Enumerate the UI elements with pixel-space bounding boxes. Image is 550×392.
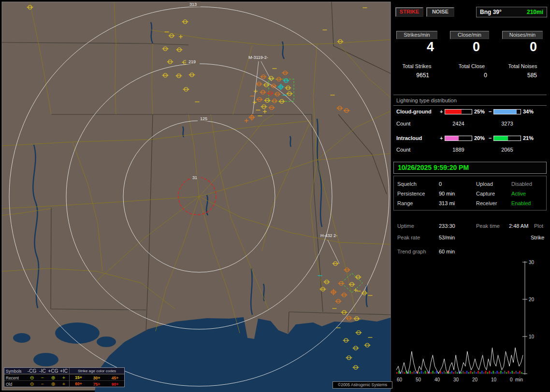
range-value: 313 mi <box>439 200 455 206</box>
trend-y-tick-label: 20 <box>529 297 535 302</box>
divider <box>393 95 547 95</box>
receiver-label: Receiver <box>476 200 497 206</box>
uptime-label: Uptime <box>397 223 414 229</box>
cg-negative-fill <box>494 110 517 114</box>
legend-col-pos-ic: +IC <box>58 369 69 374</box>
trend-x-unit-label: min <box>515 377 523 382</box>
neg-cg-icon: ⊖ <box>27 382 37 387</box>
total-close-value: 0 <box>450 72 487 79</box>
ic-positive-pct: 20% <box>474 135 485 141</box>
cg-count-label: Count <box>396 121 410 126</box>
trend-graph-label: Trend graph <box>397 249 426 254</box>
age-code-30: 30+ <box>87 376 106 380</box>
cg-positive-bar <box>445 109 472 114</box>
range-ring-label: 125 <box>200 116 207 121</box>
capture-label: Capture <box>476 191 495 196</box>
divider <box>393 105 547 106</box>
neg-ic-icon: − <box>37 376 48 380</box>
trend-graph-window: 60 min <box>439 249 455 254</box>
distribution-title: Lightning type distribution <box>396 98 457 103</box>
legend-row-old: Old ⊖ − ⊕ + 60+ 75+ 90+ <box>4 380 124 387</box>
squelch-label: Squelch <box>397 181 417 187</box>
legend-header: Symbols -CG -IC +CG +IC Strike age color… <box>4 368 124 374</box>
peak-time-value: 2:48 AM <box>509 223 528 229</box>
age-code-60: 60+ <box>69 381 87 387</box>
ic-negative-count: 2065 <box>493 147 521 153</box>
minus-sign: − <box>489 135 492 141</box>
datetime-display: 10/26/2025 9:59:20 PM <box>393 162 547 174</box>
plus-sign: + <box>440 109 443 114</box>
strikes-per-min-value: 4 <box>396 40 434 55</box>
range-ring-label: 219 <box>188 59 196 64</box>
pos-ic-icon: + <box>58 382 69 387</box>
legend-old-label: Old <box>4 382 27 387</box>
ic-negative-bar <box>493 136 521 141</box>
close-per-min-box[interactable]: Close/min <box>450 31 489 39</box>
age-code-15: 15+ <box>69 375 87 381</box>
legend-col-neg-cg: -CG <box>27 369 37 374</box>
copyright-notice: ©2005 Astrogenic Systems <box>333 381 392 389</box>
range-ring-label: 313 <box>189 2 197 7</box>
ic-count-label: Count <box>396 147 410 153</box>
noises-per-min-box[interactable]: Noises/min <box>502 31 543 39</box>
ic-positive-count: 1889 <box>445 147 472 153</box>
total-strikes-label: Total Strikes <box>396 63 437 69</box>
nexstorm-app: 31321912531 M-3119-2-H-432 2- Symbols -C… <box>0 0 550 392</box>
noises-per-min-value: 0 <box>502 40 537 55</box>
peak-time-label: Peak time <box>476 223 500 229</box>
trend-x-tick-label: 40 <box>434 377 440 382</box>
trend-graph: 3020106050403020100min <box>394 259 540 389</box>
legend-row-recent: Recent ⊖ − ⊕ + 15+ 30+ 45+ <box>4 374 124 380</box>
plot-value: Strike <box>531 235 544 240</box>
pos-ic-icon: + <box>58 376 69 380</box>
squelch-value: 0 <box>439 181 442 187</box>
total-noises-label: Total Noises <box>502 63 543 69</box>
trend-x-tick-label: 30 <box>453 377 459 382</box>
cg-negative-pct: 34% <box>523 109 534 114</box>
trend-x-tick-label: 10 <box>491 377 497 382</box>
lightning-map[interactable]: 31321912531 M-3119-2-H-432 2- <box>0 0 392 392</box>
neg-ic-icon: − <box>37 382 48 387</box>
age-code-45: 45+ <box>106 376 124 380</box>
persistence-value: 90 min <box>439 191 455 196</box>
close-per-min-value: 0 <box>450 40 480 55</box>
pos-cg-icon: ⊕ <box>48 382 58 387</box>
total-close-label: Total Close <box>450 63 493 69</box>
strike-toggle-button[interactable]: STRIKE <box>395 7 423 17</box>
cg-negative-bar <box>493 109 521 114</box>
trend-x-tick-label: 20 <box>472 377 478 382</box>
trend-trace <box>396 348 523 374</box>
total-strikes-value: 9651 <box>396 72 429 79</box>
legend-recent-label: Recent <box>4 376 27 380</box>
total-noises-value: 585 <box>502 72 537 79</box>
legend-age-header: Strike age color codes <box>69 368 124 374</box>
legend-col-neg-ic: -IC <box>37 369 48 374</box>
capture-status: Active <box>511 191 526 196</box>
upload-status: Disabled <box>511 181 532 187</box>
noise-toggle-button[interactable]: NOISE <box>426 7 454 17</box>
range-label: Range <box>397 200 413 206</box>
peak-rate-value: 53/min <box>439 235 455 240</box>
storm-cell-label: M-3119-2- <box>248 55 268 60</box>
peak-rate-label: Peak rate <box>397 235 420 240</box>
trend-x-tick-label: 50 <box>416 377 421 382</box>
strikes-per-min-box[interactable]: Strikes/min <box>396 31 437 39</box>
ic-positive-fill <box>445 136 459 140</box>
receiver-status: Enabled <box>511 200 531 206</box>
bearing-label: Bng 39° <box>480 9 502 15</box>
uptime-value: 233:30 <box>439 223 455 229</box>
legend-col-pos-cg: +CG <box>48 369 58 374</box>
cg-positive-pct: 25% <box>474 109 485 114</box>
cg-positive-fill <box>445 110 462 114</box>
cg-negative-count: 3273 <box>493 121 521 126</box>
plus-sign: + <box>440 135 443 141</box>
neg-cg-icon: ⊖ <box>27 376 37 380</box>
minus-sign: − <box>489 109 492 114</box>
storm-cell-label: H-432 2- <box>320 233 337 238</box>
bearing-readout: Bng 39° 210mi <box>476 7 547 17</box>
trend-x-tick-label: 60 <box>397 377 403 382</box>
legend-symbols-header: Symbols <box>4 369 27 374</box>
persistence-label: Persistence <box>397 191 425 196</box>
map-area: 31321912531 M-3119-2-H-432 2- Symbols -C… <box>0 0 392 392</box>
trend-x-tick-label: 0 <box>510 377 513 382</box>
